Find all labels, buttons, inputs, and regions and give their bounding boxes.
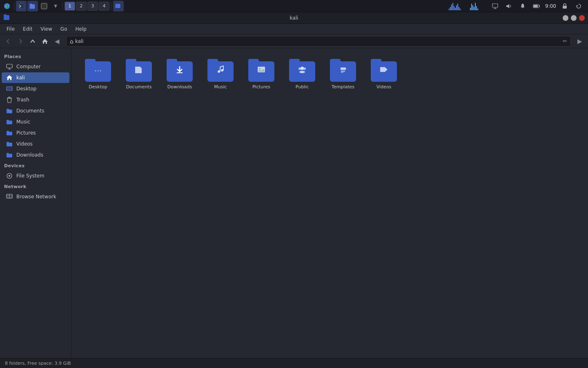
- desktop-file-label: Desktop: [89, 84, 107, 90]
- svg-marker-27: [7, 75, 12, 80]
- sidebar-item-filesystem[interactable]: File System: [2, 171, 69, 181]
- forward-button[interactable]: [15, 36, 26, 47]
- svg-point-58: [303, 67, 306, 70]
- file-item-music[interactable]: Music: [202, 56, 239, 92]
- home-button[interactable]: [39, 36, 51, 47]
- up-button[interactable]: [27, 36, 38, 47]
- pictures-file-label: Pictures: [252, 84, 270, 90]
- bell-icon[interactable]: [517, 1, 528, 11]
- image-viewer-icon[interactable]: [39, 1, 49, 11]
- app-icon: [3, 13, 11, 22]
- browse-network-label: Browse Network: [16, 194, 56, 200]
- taskbar-right: 9:00: [449, 1, 588, 11]
- trash-icon: [6, 96, 13, 103]
- computer-label: Computer: [16, 64, 41, 70]
- update-icon[interactable]: [573, 1, 584, 11]
- menu-help[interactable]: Help: [72, 25, 89, 33]
- videos-label: Videos: [16, 141, 33, 147]
- svg-marker-23: [42, 39, 48, 44]
- file-grid: ⋯ Desktop Documents: [71, 48, 588, 358]
- file-item-pictures[interactable]: Pictures: [243, 56, 280, 92]
- close-button[interactable]: [579, 15, 585, 21]
- sidebar-item-documents[interactable]: 📎 Documents: [2, 105, 69, 116]
- videos-folder-icon: [6, 140, 13, 148]
- trash-label: Trash: [16, 97, 29, 103]
- workspace-3[interactable]: 3: [87, 2, 98, 11]
- back-button[interactable]: [2, 36, 14, 47]
- sidebar-item-browse-network[interactable]: Browse Network: [2, 191, 69, 202]
- menu-file[interactable]: File: [3, 25, 18, 33]
- volume-icon[interactable]: [503, 1, 514, 11]
- active-window-icon[interactable]: [113, 1, 124, 11]
- clock: 9:00: [545, 3, 556, 9]
- pictures-label: Pictures: [16, 130, 36, 136]
- minimize-button[interactable]: [563, 15, 568, 21]
- templates-main-folder-icon: [330, 59, 356, 82]
- downloads-label: Downloads: [16, 152, 43, 158]
- titlebar: kali: [0, 12, 588, 24]
- svg-text:🐉: 🐉: [4, 4, 10, 9]
- breadcrumb-edit-button[interactable]: ✏: [563, 38, 567, 44]
- taskbar-left: 🐉 _ ▼: [0, 1, 124, 11]
- svg-rect-19: [563, 6, 567, 9]
- menu-go[interactable]: Go: [57, 25, 71, 33]
- taskbar: 🐉 _ ▼: [0, 0, 588, 12]
- pictures-folder-icon: [6, 129, 13, 137]
- main-area: Places Computer: [0, 48, 588, 358]
- file-item-videos[interactable]: Videos: [365, 56, 402, 92]
- maximize-button[interactable]: [571, 15, 577, 21]
- network-header: Network: [0, 182, 71, 191]
- public-main-folder-icon: [289, 59, 315, 82]
- file-item-downloads[interactable]: Downloads: [161, 56, 198, 92]
- taskbar-sep2: [62, 2, 63, 10]
- breadcrumb-next-button[interactable]: ▶: [574, 36, 586, 47]
- svg-rect-6: [30, 4, 35, 9]
- lock-icon[interactable]: [559, 1, 570, 11]
- window-title: kali: [290, 15, 298, 21]
- breadcrumb-prev-button[interactable]: ◀: [51, 36, 63, 47]
- svg-rect-9: [116, 4, 120, 8]
- workspace-1[interactable]: 1: [65, 2, 75, 11]
- file-item-documents[interactable]: Documents: [120, 56, 157, 92]
- sidebar-item-kali[interactable]: kali: [2, 72, 69, 83]
- menu-edit[interactable]: Edit: [20, 25, 36, 33]
- sidebar-item-music[interactable]: Music: [2, 117, 69, 127]
- desktop-icon: [6, 85, 13, 92]
- files-icon[interactable]: [27, 1, 38, 11]
- computer-icon: [6, 63, 13, 70]
- file-item-templates[interactable]: Templates: [325, 56, 361, 92]
- sidebar-item-pictures[interactable]: Pictures: [2, 128, 69, 138]
- sidebar-item-desktop[interactable]: Desktop: [2, 83, 69, 94]
- svg-rect-29: [7, 87, 12, 90]
- svg-marker-63: [385, 68, 388, 71]
- svg-rect-17: [534, 5, 538, 7]
- statusbar: 8 folders, Free space: 3.9 GiB: [0, 358, 588, 368]
- apps-dropdown-icon[interactable]: ▼: [50, 1, 61, 11]
- screen-icon[interactable]: [490, 1, 500, 11]
- desktop-folder-icon: ⋯: [85, 59, 111, 82]
- sidebar-item-downloads[interactable]: Downloads: [2, 150, 69, 160]
- toolbar: ◀ ⌂ kali ✏ ▶: [0, 34, 588, 48]
- sidebar-item-videos[interactable]: Videos: [2, 139, 69, 149]
- sidebar-item-trash[interactable]: Trash: [2, 94, 69, 105]
- svg-text:📎: 📎: [8, 110, 11, 113]
- pictures-main-folder-icon: [248, 59, 274, 82]
- svg-rect-37: [7, 131, 9, 132]
- file-item-public[interactable]: Public: [284, 56, 321, 92]
- kali-dragon-icon[interactable]: 🐉: [2, 1, 12, 11]
- terminal-icon[interactable]: _: [16, 1, 27, 11]
- kali-label: kali: [16, 75, 25, 81]
- svg-marker-14: [506, 4, 509, 8]
- file-item-desktop[interactable]: ⋯ Desktop: [80, 56, 116, 92]
- menu-view[interactable]: View: [37, 25, 55, 33]
- documents-file-label: Documents: [126, 84, 152, 90]
- taskbar-sep3: [111, 2, 111, 10]
- sidebar-item-computer[interactable]: Computer: [2, 61, 69, 72]
- sidebar: Places Computer: [0, 48, 71, 358]
- workspace-4[interactable]: 4: [99, 2, 109, 11]
- svg-point-49: [218, 70, 220, 73]
- workspace-2[interactable]: 2: [76, 2, 87, 11]
- svg-rect-62: [380, 67, 385, 72]
- battery-icon[interactable]: [531, 1, 542, 11]
- downloads-main-folder-icon: [167, 59, 193, 82]
